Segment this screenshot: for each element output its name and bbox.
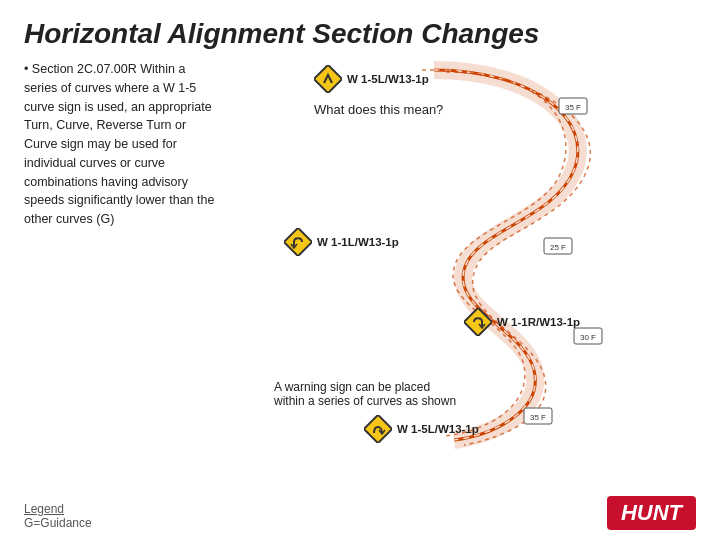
what-does-label: What does this mean? xyxy=(314,102,443,117)
middle-sign-label: W 1-1L/W13-1p xyxy=(317,236,399,248)
page-title: Horizontal Alignment Section Changes xyxy=(24,18,696,50)
hunt-logo: HUNT xyxy=(607,496,696,530)
warning-text: A warning sign can be placed within a se… xyxy=(274,380,456,408)
warning-line2: within a series of curves as shown xyxy=(274,394,456,408)
bottom-area: Legend G=Guidance HUNT xyxy=(24,496,696,530)
bottom-sign-label: W 1-5L/W13-1p xyxy=(397,423,479,435)
top-sign-label: W 1-5L/W13-1p xyxy=(347,73,429,85)
svg-text:35 F: 35 F xyxy=(530,413,546,422)
bottom-sign-diamond xyxy=(364,415,392,443)
right-sign-label: W 1-1R/W13-1p xyxy=(497,316,580,328)
top-sign-group: W 1-5L/W13-1p xyxy=(314,65,429,93)
page-container: Horizontal Alignment Section Changes • S… xyxy=(0,0,720,540)
middle-sign-diamond xyxy=(284,228,312,256)
svg-rect-11 xyxy=(364,415,392,443)
warning-line1: A warning sign can be placed xyxy=(274,380,456,394)
svg-text:25 F: 25 F xyxy=(550,243,566,252)
diagram-container: 35 F 25 F 30 F 35 F W 1-5L/W13-1p xyxy=(234,60,694,450)
legend-sublabel: G=Guidance xyxy=(24,516,92,530)
top-sign-diamond xyxy=(314,65,342,93)
legend-label: Legend xyxy=(24,502,92,516)
svg-rect-8 xyxy=(314,65,342,93)
right-sign-diamond xyxy=(464,308,492,336)
svg-text:30 F: 30 F xyxy=(580,333,596,342)
legend-block: Legend G=Guidance xyxy=(24,502,92,530)
svg-rect-10 xyxy=(464,308,492,336)
svg-text:35 F: 35 F xyxy=(565,103,581,112)
right-sign-group: W 1-1R/W13-1p xyxy=(464,308,580,336)
bottom-sign-group: W 1-5L/W13-1p xyxy=(364,415,479,443)
svg-rect-9 xyxy=(284,228,312,256)
left-text-column: • Section 2C.07.00R Within a series of c… xyxy=(24,60,224,490)
section-text: • Section 2C.07.00R Within a series of c… xyxy=(24,62,214,226)
content-area: • Section 2C.07.00R Within a series of c… xyxy=(24,60,696,490)
middle-sign-group: W 1-1L/W13-1p xyxy=(284,228,399,256)
